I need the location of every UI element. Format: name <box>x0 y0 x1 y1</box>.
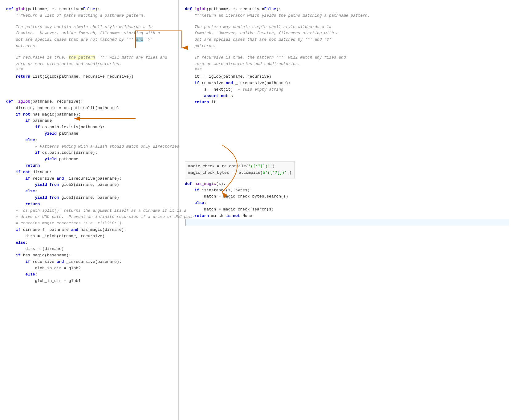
code-line: fnmatch. However, unlike fnmatch, filena… <box>6 30 175 37</box>
code-line: If recursive is true, the pattern '**' w… <box>6 55 175 61</box>
code-line: glob_in_dir = glob1 <box>6 278 175 284</box>
code-line: if os.path.lexists(pathname): <box>6 124 175 131</box>
code-line: dirs = _iglob(dirname, recursive) <box>6 233 175 240</box>
code-line: zero or more directories and subdirector… <box>6 61 175 67</box>
code-line: else: <box>6 240 175 246</box>
code-line: # drive or UNC path. Prevent an infinite… <box>6 214 175 220</box>
code-line: if not dirname: <box>6 169 175 176</box>
code-line: def _iglob(pathname, recursive): <box>6 99 175 105</box>
code-line: if recursive and _isrecursive(pathname): <box>185 80 509 87</box>
code-line: dirs = [dirname] <box>6 246 175 252</box>
left-pane: def glob(pathname, *, recursive=False): … <box>0 0 179 420</box>
code-line: if recursive and _isrecursive(basename): <box>6 176 175 182</box>
code-line: yield pathname <box>6 156 175 163</box>
code-line: else: <box>6 188 175 195</box>
code-line: return match is not None <box>185 213 509 219</box>
code-line: if recursive and _isrecursive(basename): <box>6 259 175 265</box>
code-line: if not has_magic(pathname): <box>6 112 175 118</box>
code-line: if dirname != pathname and has_magic(dir… <box>6 227 175 233</box>
code-line: return list(iglob(pathname, recursive=re… <box>6 74 175 80</box>
code-line: def glob(pathname, *, recursive=False): <box>6 6 175 13</box>
code-line: match = magic_check.search(s) <box>185 206 509 213</box>
cursor-line <box>185 219 509 226</box>
code-line: """Return a list of paths matching a pat… <box>6 13 175 19</box>
right-pane: def iglob(pathname, *, recursive=False):… <box>179 0 512 420</box>
code-line: # `os.path.split()` returns the argument… <box>6 208 175 214</box>
code-line: The pattern may contain simple shell-sty… <box>6 24 175 31</box>
code-line: zero or more directories and subdirector… <box>185 61 509 67</box>
code-line: return <box>6 201 175 208</box>
code-line: fnmatch. However, unlike fnmatch, filena… <box>185 30 509 37</box>
code-line: it = _iglob(pathname, recursive) <box>185 74 509 80</box>
code-line: if basename: <box>6 118 175 124</box>
code-line: if isinstance(s, bytes): <box>185 187 509 194</box>
code-line: def iglob(pathname, *, recursive=False): <box>185 6 509 13</box>
code-line: else: <box>185 200 509 206</box>
code-line: return it <box>185 99 509 106</box>
code-line: patterns. <box>6 43 175 50</box>
code-line: """Return an iterator which yields the p… <box>185 13 509 19</box>
code-line: return <box>6 163 175 169</box>
code-line: dot are special cases that are not match… <box>185 37 509 43</box>
code-line: """ <box>185 67 509 74</box>
code-line: If recursive is true, the pattern '**' w… <box>185 55 509 61</box>
code-line: if has_magic(basename): <box>6 252 175 259</box>
code-line: # Patterns ending with a slash should ma… <box>6 144 175 150</box>
code-line: patterns. <box>185 43 509 50</box>
code-line: yield pathname <box>6 131 175 137</box>
code-line: match = magic_check_bytes.search(s) <box>185 194 509 200</box>
code-line: yield from glob2(dirname, basename) <box>6 182 175 188</box>
magic-check-block: magic_check = re.compile('([*?[])' ) mag… <box>185 161 295 178</box>
code-line: dirname, basename = os.path.split(pathna… <box>6 105 175 112</box>
code-line: dot are special cases that are not match… <box>6 37 175 43</box>
code-line: if os.path.isdir(dirname): <box>6 150 175 156</box>
code-line: s = next(it) # skip empty string <box>185 87 509 93</box>
code-line: else: <box>6 271 175 278</box>
code-line: else: <box>6 137 175 144</box>
code-line: magic_check = re.compile('([*?[])' ) <box>188 163 291 170</box>
code-line: magic_check_bytes = re.compile(b'([*?[])… <box>188 170 291 176</box>
code-line: # contains magic characters (i.e. r'\\?\… <box>6 220 175 227</box>
code-line: glob_in_dir = glob2 <box>6 265 175 272</box>
code-line: yield from glob1(dirname, basename) <box>6 195 175 201</box>
code-line: def has_magic(s): <box>185 181 509 187</box>
code-line: assert not s <box>185 93 509 100</box>
code-line: """ <box>6 67 175 74</box>
code-line: The pattern may contain simple shell-sty… <box>185 24 509 31</box>
main-container: def glob(pathname, *, recursive=False): … <box>0 0 512 420</box>
